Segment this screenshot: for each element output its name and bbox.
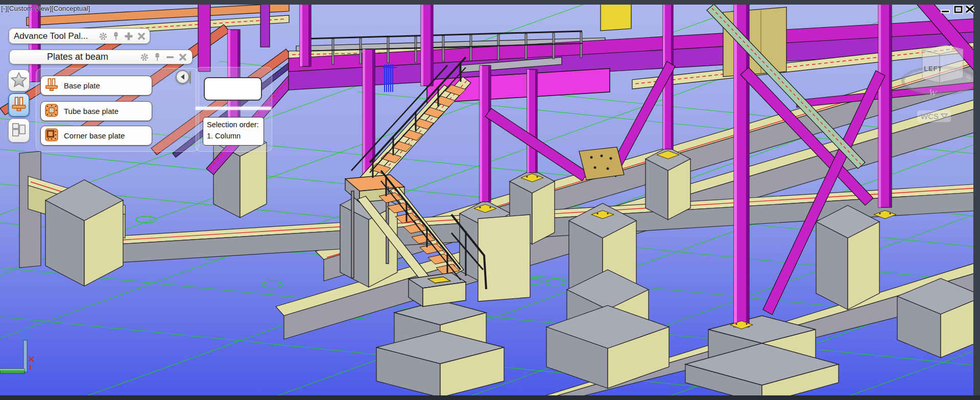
base-plate-icon bbox=[44, 77, 59, 95]
chevron-left-icon bbox=[179, 73, 186, 81]
tool-item-tube-base-plate[interactable]: Tube base plate bbox=[40, 101, 152, 121]
viewcube-face-label: LEFT bbox=[924, 65, 943, 73]
tool-palette-header[interactable]: Advance Tool Pal... bbox=[9, 28, 150, 44]
selection-order-tooltip: Selection order: 1. Column bbox=[203, 117, 264, 146]
favorites-star-icon bbox=[11, 72, 27, 90]
plates-group-icon bbox=[10, 121, 28, 140]
tube-base-plate-icon bbox=[44, 103, 59, 120]
pin-icon[interactable] bbox=[152, 52, 162, 62]
tool-item-label: Tube base plate bbox=[64, 107, 118, 115]
pin-icon[interactable] bbox=[111, 31, 121, 41]
wcs-label: WCS bbox=[921, 112, 939, 121]
plates-palette-title: Plates at beam bbox=[14, 52, 139, 62]
sidebar-plates-group-button[interactable] bbox=[8, 119, 30, 143]
palette-pin-handle[interactable] bbox=[189, 71, 191, 84]
tool-item-label: Base plate bbox=[64, 81, 100, 90]
z-axis-label: Z bbox=[21, 326, 30, 341]
close-icon[interactable] bbox=[178, 52, 188, 62]
minimize-window-button[interactable] bbox=[940, 8, 951, 17]
plates-palette-header[interactable]: Plates at beam bbox=[9, 50, 193, 64]
minimize-icon bbox=[940, 9, 951, 15]
restore-window-button[interactable] bbox=[953, 5, 964, 17]
minimize-icon[interactable] bbox=[165, 52, 175, 62]
viewport-controls-label[interactable]: [-][Custom View][Conceptual] bbox=[1, 5, 90, 12]
selection-panel-divider bbox=[196, 107, 271, 110]
selection-value-input[interactable] bbox=[204, 77, 262, 101]
settings-icon[interactable] bbox=[139, 52, 150, 62]
sidebar-favorites-button[interactable] bbox=[8, 69, 30, 91]
selection-order-line2: 1. Column bbox=[207, 131, 260, 142]
selection-order-line1: Selection order: bbox=[207, 120, 260, 131]
tool-item-base-plate[interactable]: Base plate bbox=[40, 76, 152, 96]
sidebar-base-plates-button[interactable] bbox=[8, 93, 30, 117]
application-window: LEFT S W WCS Z [-][Custom View][Conceptu… bbox=[0, 0, 980, 400]
tool-item-label: Corner base plate bbox=[64, 131, 125, 140]
corner-base-plate-icon bbox=[44, 127, 59, 145]
add-icon[interactable] bbox=[124, 31, 134, 41]
base-plate-icon bbox=[10, 96, 28, 115]
settings-icon[interactable] bbox=[98, 31, 108, 41]
palette-collapse-button[interactable] bbox=[176, 70, 189, 84]
wcs-menu[interactable]: WCS bbox=[917, 110, 951, 122]
tool-item-corner-base-plate[interactable]: Corner base plate bbox=[40, 126, 152, 146]
restore-icon bbox=[953, 5, 964, 15]
close-icon bbox=[964, 4, 975, 15]
close-icon[interactable] bbox=[136, 31, 147, 41]
tool-palette-title: Advance Tool Pal... bbox=[14, 31, 98, 41]
close-window-button[interactable] bbox=[964, 4, 975, 17]
